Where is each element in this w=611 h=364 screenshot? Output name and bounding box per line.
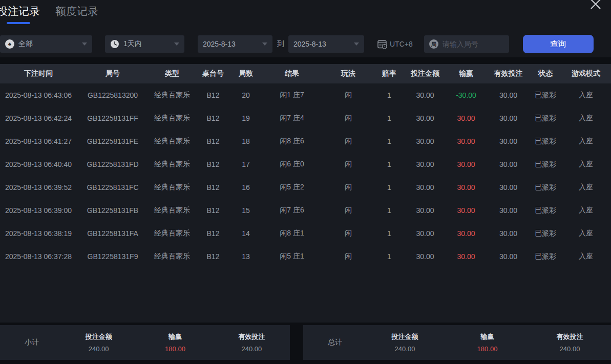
cell-mode: 入座	[561, 206, 611, 215]
cell-result: 闲5 庄1	[261, 252, 323, 261]
cell-odds: 1	[374, 160, 405, 168]
cell-odds: 1	[374, 137, 405, 145]
cell-status: 已派彩	[530, 229, 561, 238]
table-row: 2025-08-13 06:40:40GB12258131FD经典百家乐B121…	[0, 153, 611, 176]
date-from-value: 2025-8-13	[203, 40, 236, 48]
date-to-dropdown[interactable]: 2025-8-13	[288, 35, 364, 53]
cell-bet: 30.00	[405, 252, 446, 261]
cell-result: 闲7 庄6	[261, 206, 323, 215]
cell-round-id: GB12258131FF	[77, 114, 149, 122]
cell-status: 已派彩	[530, 137, 561, 146]
cell-round-no: 14	[230, 229, 261, 238]
cell-bet: 30.00	[405, 183, 446, 191]
cell-table-no: B12	[196, 114, 230, 122]
cell-type: 经典百家乐	[149, 91, 196, 100]
cell-time: 2025-08-13 06:42:24	[0, 114, 77, 122]
game-type-value: 全部	[18, 39, 33, 49]
cell-table-no: B12	[196, 183, 230, 191]
cell-valid-bet: 30.00	[487, 183, 530, 191]
cell-bet: 30.00	[405, 137, 446, 145]
col-bet-time: 下注时间	[0, 69, 77, 78]
total-panel: 总计 投注金额240.00输赢180.00有效投注240.00	[303, 325, 611, 360]
subtotal-title: 小计	[25, 338, 60, 347]
cell-status: 已派彩	[530, 91, 561, 100]
top-panel: 投注记录 额度记录 ♠ 全部 1天内	[0, 0, 611, 57]
cell-time: 2025-08-13 06:37:28	[0, 252, 77, 261]
cell-result: 闲6 庄0	[261, 160, 323, 169]
chevron-down-icon	[262, 42, 267, 46]
table-row: 2025-08-13 06:39:00GB12258131FB经典百家乐B121…	[0, 199, 611, 222]
date-to-value: 2025-8-13	[293, 40, 326, 48]
cell-result: 闲8 庄1	[261, 229, 323, 238]
cell-mode: 入座	[561, 91, 611, 100]
cell-time: 2025-08-13 06:38:19	[0, 229, 77, 238]
table-row: 2025-08-13 06:39:52GB12258131FC经典百家乐B121…	[0, 176, 611, 199]
cell-type: 经典百家乐	[149, 137, 196, 146]
summary-value: 180.00	[446, 345, 529, 353]
cell-odds: 1	[374, 183, 405, 191]
col-round-no: 局数	[230, 69, 261, 78]
time-range-dropdown[interactable]: 1天内	[105, 35, 184, 53]
chevron-down-icon	[354, 42, 359, 46]
cell-time: 2025-08-13 06:39:52	[0, 183, 77, 191]
spade-icon: ♠	[5, 39, 14, 49]
summary-group: 投注金额240.00	[60, 332, 137, 353]
tab-quota-records[interactable]: 额度记录	[55, 4, 98, 24]
total-title: 总计	[328, 338, 364, 347]
close-icon[interactable]	[587, 0, 604, 12]
cell-odds: 1	[374, 114, 405, 122]
cell-play: 闲	[323, 114, 374, 123]
tab-bet-records[interactable]: 投注记录	[0, 4, 40, 24]
cell-odds: 1	[374, 206, 405, 215]
summary-group: 有效投注240.00	[529, 332, 611, 353]
cell-bet: 30.00	[405, 160, 446, 168]
cell-mode: 入座	[561, 229, 611, 238]
round-number-field: 局	[424, 35, 509, 53]
table-row: 2025-08-13 06:37:28GB12258131F9经典百家乐B121…	[0, 245, 611, 268]
calendar-clock-icon	[377, 39, 387, 49]
col-odds: 赔率	[374, 69, 405, 78]
cell-win-loss: 30.00	[446, 229, 487, 238]
cell-win-loss: 30.00	[446, 252, 487, 261]
time-range-value: 1天内	[123, 39, 142, 49]
summary-value: 240.00	[364, 345, 446, 353]
cell-round-no: 13	[230, 252, 261, 261]
cell-play: 闲	[323, 206, 374, 215]
cell-table-no: B12	[196, 91, 230, 99]
game-type-dropdown[interactable]: ♠ 全部	[0, 35, 92, 53]
cell-type: 经典百家乐	[149, 160, 196, 169]
date-to-label: 到	[277, 39, 284, 49]
cell-round-no: 16	[230, 183, 261, 191]
cell-valid-bet: 30.00	[487, 114, 530, 122]
col-valid-bet: 有效投注	[487, 69, 530, 78]
cell-win-loss: 30.00	[446, 183, 487, 191]
col-game-mode: 游戏模式	[561, 69, 611, 78]
date-from-dropdown[interactable]: 2025-8-13	[198, 35, 272, 53]
cell-round-id: GB12258131F9	[77, 252, 149, 261]
summary-group: 输赢180.00	[446, 332, 529, 353]
cell-mode: 入座	[561, 160, 611, 169]
col-round-id: 局号	[77, 69, 149, 78]
summary-value: 240.00	[214, 345, 290, 353]
chevron-down-icon	[82, 42, 87, 46]
cell-type: 经典百家乐	[149, 229, 196, 238]
cell-bet: 30.00	[405, 91, 446, 99]
cell-win-loss: 30.00	[446, 206, 487, 215]
round-number-input[interactable]	[443, 40, 499, 48]
cell-valid-bet: 30.00	[487, 160, 530, 168]
cell-valid-bet: 30.00	[487, 91, 530, 99]
cell-status: 已派彩	[530, 160, 561, 169]
cell-play: 闲	[323, 160, 374, 169]
cell-bet: 30.00	[405, 206, 446, 215]
cell-win-loss: 30.00	[446, 114, 487, 122]
cell-bet: 30.00	[405, 114, 446, 122]
summary-label: 有效投注	[529, 332, 611, 341]
cell-play: 闲	[323, 137, 374, 146]
col-table-no: 桌台号	[196, 69, 230, 78]
summary-value: 180.00	[137, 345, 213, 353]
query-button[interactable]: 查询	[523, 35, 594, 53]
cell-valid-bet: 30.00	[487, 229, 530, 238]
tab-bet-records-label: 投注记录	[0, 5, 40, 17]
cell-type: 经典百家乐	[149, 183, 196, 192]
cell-play: 闲	[323, 183, 374, 192]
